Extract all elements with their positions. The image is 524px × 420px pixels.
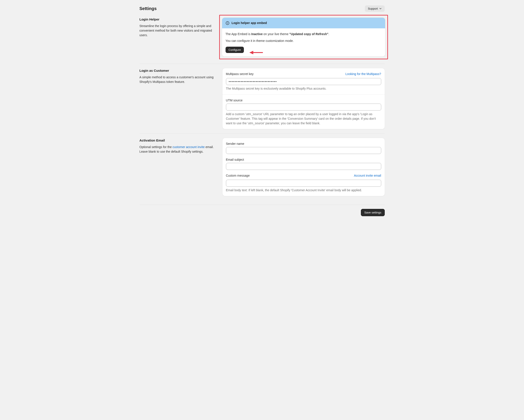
- activation-email-desc: Optional settings for the customer accou…: [140, 145, 218, 154]
- svg-rect-2: [227, 23, 228, 24]
- arrow-annotation-icon: [249, 50, 263, 55]
- embed-status-line: The App Embed is Inactive on your live t…: [226, 32, 382, 36]
- multipass-secret-input[interactable]: [226, 78, 381, 85]
- section-login-helper: Login Helper Streamline the login proces…: [140, 17, 385, 64]
- email-subject-input[interactable]: [226, 163, 381, 170]
- sender-name-label: Sender name: [226, 142, 381, 146]
- login-helper-desc: Streamline the login process by offering…: [140, 24, 218, 37]
- custom-message-label: Custom message: [226, 173, 250, 178]
- support-button[interactable]: Support: [365, 5, 385, 12]
- sender-name-input[interactable]: [226, 147, 381, 154]
- page-header: Settings Support: [140, 5, 385, 12]
- customer-account-invite-link[interactable]: customer account invite: [173, 145, 205, 149]
- utm-label: UTM source: [226, 98, 381, 103]
- custom-message-help: Email body text: If left blank, the defa…: [226, 188, 381, 193]
- banner-app-embed: Login helper app embed: [222, 18, 385, 28]
- activation-email-card: Sender name Email subject Custom message…: [222, 138, 385, 196]
- info-icon: [226, 21, 229, 25]
- utm-source-input[interactable]: [226, 104, 381, 110]
- embed-status-prefix: The App Embed is: [226, 32, 251, 36]
- page-title: Settings: [140, 5, 157, 12]
- embed-theme-name: "Updated copy of Refresh": [289, 32, 328, 36]
- login-as-customer-title: Login as Customer: [140, 68, 218, 73]
- save-settings-button[interactable]: Save settings: [361, 209, 384, 216]
- chevron-down-icon: [379, 8, 382, 10]
- activation-desc-prefix: Optional settings for the: [140, 145, 173, 149]
- support-label: Support: [368, 7, 378, 10]
- utm-help-text: Add a custom 'utm_source' URL parameter …: [226, 112, 381, 126]
- activation-email-title: Activation Email: [140, 138, 218, 143]
- login-helper-card: Login helper app embed The App Embed is …: [222, 18, 385, 57]
- account-invite-email-link[interactable]: Account invite email: [354, 173, 381, 178]
- multipass-help-link[interactable]: Looking for the Multipass?: [345, 72, 381, 76]
- save-row: Save settings: [140, 205, 385, 216]
- embed-config-hint: You can configure it in theme customizat…: [226, 39, 382, 43]
- annotation-highlight-box: Login helper app embed The App Embed is …: [219, 15, 388, 59]
- email-subject-label: Email subject: [226, 158, 381, 162]
- embed-status-suffix: .: [328, 32, 329, 36]
- section-login-as-customer: Login as Customer A simple method to acc…: [140, 68, 385, 134]
- login-as-customer-desc: A simple method to access a customer's a…: [140, 75, 218, 84]
- custom-message-input[interactable]: [226, 180, 381, 187]
- multipass-label: Multipass secret key: [226, 72, 254, 76]
- configure-button[interactable]: Configure: [226, 47, 244, 53]
- login-helper-title: Login Helper: [140, 17, 218, 22]
- embed-status-word: Inactive: [251, 32, 263, 36]
- section-activation-email: Activation Email Optional settings for t…: [140, 138, 385, 200]
- login-as-customer-card: Multipass secret key Looking for the Mul…: [222, 68, 385, 129]
- embed-status-mid: on your live theme: [263, 32, 289, 36]
- svg-marker-4: [249, 51, 253, 54]
- banner-title: Login helper app embed: [232, 21, 267, 25]
- multipass-help-text: The Multipass secret key is exclusively …: [226, 86, 381, 91]
- svg-point-1: [227, 22, 228, 23]
